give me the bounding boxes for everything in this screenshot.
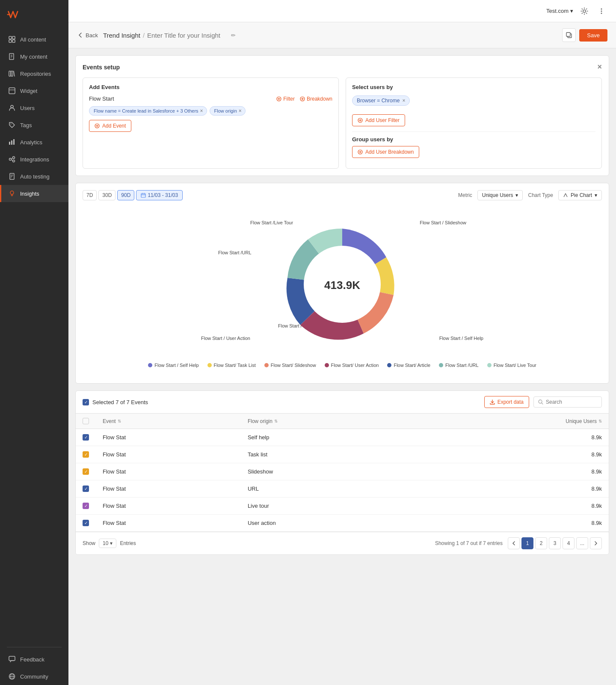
row-users-0: 8.9k xyxy=(412,429,609,446)
row-origin-5: User action xyxy=(241,515,412,532)
sidebar-item-my-content[interactable]: My content xyxy=(0,48,68,65)
metric-selector[interactable]: Unique Users ▾ xyxy=(477,190,523,200)
select-all-checkbox[interactable]: ✓ xyxy=(83,399,89,405)
row-event-1: Flow Stat xyxy=(96,446,241,463)
add-event-button[interactable]: Add Event xyxy=(89,120,131,132)
filter-tag-close-1[interactable]: × xyxy=(239,108,242,114)
more-icon[interactable] xyxy=(595,5,607,17)
date-range-button[interactable]: 11/03 - 31/03 xyxy=(136,190,183,200)
sidebar-item-auto-testing[interactable]: Auto testing xyxy=(0,168,68,185)
add-user-filter-button[interactable]: Add User Filter xyxy=(352,114,405,126)
sidebar-item-community[interactable]: Community xyxy=(0,668,68,685)
prev-page-button[interactable] xyxy=(508,537,520,549)
row-checkbox-1[interactable]: ✓ xyxy=(83,451,89,458)
page-ellipsis[interactable]: ... xyxy=(576,537,588,549)
entries-select[interactable]: 10 ▾ xyxy=(99,539,116,548)
row-checkbox-2[interactable]: ✓ xyxy=(83,468,89,475)
table-header: ✓ Selected 7 of 7 Events Export data xyxy=(76,391,609,414)
grid-icon xyxy=(8,36,16,43)
flow-origin-sort-button[interactable]: Flow origin ⇅ xyxy=(248,418,406,424)
row-checkbox-0[interactable]: ✓ xyxy=(83,434,89,441)
sidebar-item-insights[interactable]: Insights xyxy=(0,185,68,202)
pie-chart-wrapper: Flow Start /Live Tour Flow Start /URL Fl… xyxy=(192,216,492,354)
events-setup-label: Events setup xyxy=(83,64,120,71)
add-user-breakdown-button[interactable]: Add User Breakdown xyxy=(352,146,419,158)
table-row: ✓ Flow Stat Live tour 8.9k xyxy=(76,497,609,515)
pie-center-value: 413.9K xyxy=(324,278,360,292)
tags-icon xyxy=(8,121,16,129)
legend-dot-task-list xyxy=(207,363,212,367)
sidebar-item-widget[interactable]: Widget xyxy=(0,82,68,99)
user-filter-tag-close[interactable]: × xyxy=(402,98,405,104)
page-3-button[interactable]: 3 xyxy=(549,537,561,549)
svg-point-26 xyxy=(10,191,14,194)
community-icon xyxy=(8,673,16,680)
page-4-button[interactable]: 4 xyxy=(563,537,575,549)
event-name: Flow Start xyxy=(89,95,114,102)
content-area: Back Trend Insight / ✏ Save Events setup xyxy=(68,22,616,685)
svg-point-19 xyxy=(13,160,15,162)
legend-item-user-action: Flow Start/ User Action xyxy=(325,363,379,368)
selected-badge: Selected 7 of 7 Events xyxy=(92,399,148,405)
filter-tags: Flow name = Create lead in Salesforce + … xyxy=(89,106,332,116)
page-1-button[interactable]: 1 xyxy=(521,537,533,549)
pie-label-url: Flow Start /URL xyxy=(218,250,252,255)
legend-dot-url xyxy=(439,363,443,367)
row-checkbox-5[interactable]: ✓ xyxy=(83,520,89,526)
save-button[interactable]: Save xyxy=(579,29,607,42)
settings-icon[interactable] xyxy=(578,5,590,17)
svg-rect-15 xyxy=(11,140,12,145)
search-input[interactable] xyxy=(546,399,597,405)
sidebar-item-users[interactable]: Users xyxy=(0,99,68,116)
sidebar-item-label: Integrations xyxy=(20,156,49,163)
legend-dot-article xyxy=(387,363,391,367)
copy-button[interactable] xyxy=(562,28,576,42)
row-origin-4: Live tour xyxy=(241,497,412,515)
sidebar-item-repositories[interactable]: Repositories xyxy=(0,65,68,82)
pie-label-user-action: Flow Start / User Action xyxy=(201,336,250,341)
sidebar-item-integrations[interactable]: Integrations xyxy=(0,151,68,168)
date-controls: 7D 30D 90D 11/03 - 31/03 xyxy=(83,190,183,200)
event-sort-button[interactable]: Event ⇅ xyxy=(103,418,234,424)
sidebar-bottom: Feedback Community xyxy=(0,651,68,685)
user-filter-tag: Browser = Chrome × xyxy=(352,95,410,106)
title-input[interactable] xyxy=(147,32,228,39)
header-checkbox[interactable] xyxy=(83,418,89,424)
main-content: Test.com ▾ Back Trend Insight / ✏ xyxy=(68,0,616,685)
logo[interactable] xyxy=(0,0,68,31)
entries-label: Entries xyxy=(120,540,136,546)
svg-line-21 xyxy=(12,160,13,161)
svg-point-12 xyxy=(11,105,13,108)
page-2-button[interactable]: 2 xyxy=(535,537,547,549)
legend-item-task-list: Flow Start/ Task List xyxy=(207,363,256,368)
sidebar-item-tags[interactable]: Tags xyxy=(0,116,68,134)
legend-item-slideshow: Flow Start/ Slideshow xyxy=(264,363,316,368)
sidebar-item-analytics[interactable]: Analytics xyxy=(0,134,68,151)
unique-users-sort-button[interactable]: Unique Users ⇅ xyxy=(419,418,602,424)
period-30d-button[interactable]: 30D xyxy=(98,190,116,200)
sidebar-item-all-content[interactable]: All content xyxy=(0,31,68,48)
breakdown-button[interactable]: Breakdown xyxy=(300,96,332,102)
date-range-label: 11/03 - 31/03 xyxy=(148,192,178,198)
period-7d-button[interactable]: 7D xyxy=(83,190,97,200)
data-table: Event ⇅ Flow origin ⇅ Un xyxy=(76,414,609,532)
events-setup-close[interactable]: × xyxy=(597,63,602,71)
svg-point-35 xyxy=(601,12,602,14)
row-event-5: Flow Stat xyxy=(96,515,241,532)
row-checkbox-3[interactable]: ✓ xyxy=(83,485,89,492)
chart-type-selector[interactable]: Pie Chart ▾ xyxy=(558,190,602,200)
sidebar-item-feedback[interactable]: Feedback xyxy=(0,651,68,668)
back-button[interactable]: Back xyxy=(77,32,98,39)
svg-rect-28 xyxy=(9,656,15,661)
show-entries: Show 10 ▾ Entries xyxy=(83,539,136,548)
domain-selector[interactable]: Test.com ▾ xyxy=(546,8,573,14)
metric-label: Metric xyxy=(458,192,472,198)
export-button[interactable]: Export data xyxy=(484,396,529,408)
edit-icon[interactable]: ✏ xyxy=(231,32,236,39)
sidebar-item-label: All content xyxy=(20,36,46,43)
filter-button[interactable]: Filter xyxy=(276,96,295,102)
period-90d-button[interactable]: 90D xyxy=(117,190,134,200)
next-page-button[interactable] xyxy=(590,537,602,549)
row-checkbox-4[interactable]: ✓ xyxy=(83,503,89,509)
filter-tag-close-0[interactable]: × xyxy=(200,108,203,114)
